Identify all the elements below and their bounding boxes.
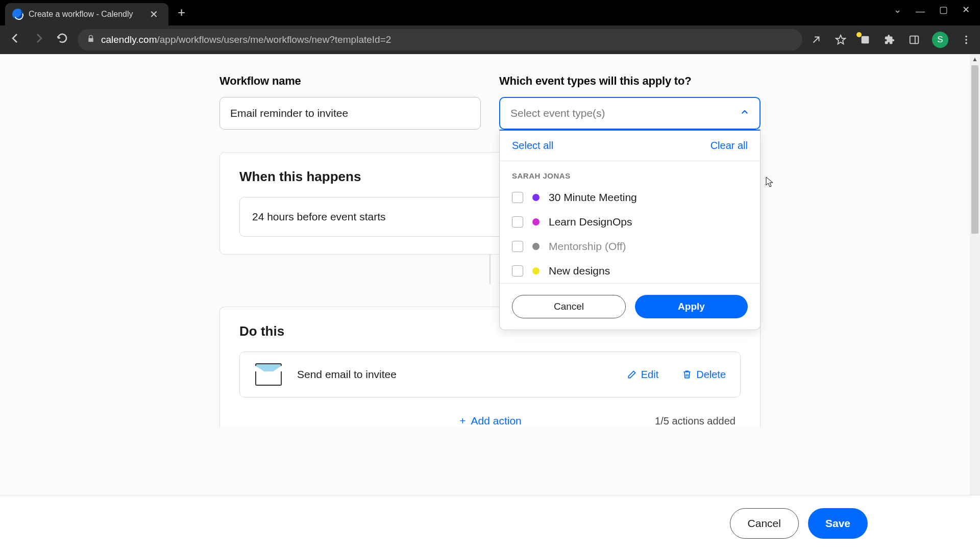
window-minimize-icon[interactable]: —: [916, 7, 925, 16]
delete-action-link[interactable]: Delete: [682, 369, 726, 381]
checkbox-icon[interactable]: [512, 192, 523, 203]
workflow-name-input[interactable]: [219, 97, 481, 130]
dropdown-owner-label: SARAH JONAS: [500, 161, 760, 185]
event-option-new-designs[interactable]: New designs: [500, 259, 760, 283]
profile-avatar[interactable]: S: [932, 32, 948, 48]
tab-title: Create a workflow - Calendly: [29, 10, 141, 19]
scrollbar-thumb[interactable]: [971, 65, 978, 234]
svg-point-5: [965, 42, 967, 44]
event-option-label: 30 Minute Meeting: [549, 191, 637, 204]
color-dot-icon: [532, 218, 540, 226]
edit-action-link[interactable]: Edit: [627, 369, 658, 381]
tab-search-icon[interactable]: ⌄: [894, 5, 901, 14]
event-types-label: Which event types will this apply to?: [499, 74, 761, 88]
extensions-icon[interactable]: [883, 33, 896, 46]
event-option-label: Learn DesignOps: [549, 216, 632, 228]
select-all-link[interactable]: Select all: [512, 140, 553, 152]
plus-icon: +: [459, 415, 465, 427]
page-save-button[interactable]: Save: [808, 508, 868, 539]
new-tab-button[interactable]: +: [175, 5, 188, 20]
svg-point-4: [965, 39, 967, 41]
scrollbar-up-icon[interactable]: ▲: [970, 54, 980, 64]
nav-back-icon[interactable]: [7, 32, 23, 47]
trigger-text: 24 hours before event starts: [252, 211, 386, 223]
nav-forward-icon[interactable]: [31, 32, 47, 47]
event-option-mentorship[interactable]: Mentorship(Off): [500, 234, 760, 259]
lock-icon: [87, 35, 95, 45]
share-icon[interactable]: [810, 33, 823, 46]
event-types-placeholder: Select event type(s): [510, 107, 605, 119]
event-types-select[interactable]: Select event type(s) Select all Clear al…: [499, 97, 761, 130]
checkbox-icon[interactable]: [512, 216, 523, 228]
event-option-label: New designs: [549, 265, 610, 277]
mouse-cursor-icon: [766, 177, 774, 190]
action-row[interactable]: Send email to invitee Edit Delete: [239, 352, 741, 397]
nav-reload-icon[interactable]: [54, 32, 70, 47]
footer-bar: Cancel Save: [0, 495, 980, 551]
page-cancel-button[interactable]: Cancel: [730, 508, 799, 539]
event-option-label: Mentorship(Off): [549, 240, 626, 253]
color-dot-icon: [532, 267, 540, 274]
connector-line: [489, 255, 491, 284]
browser-tab[interactable]: Create a workflow - Calendly ✕: [5, 3, 168, 26]
tab-close-icon[interactable]: ✕: [146, 8, 161, 20]
dropdown-apply-button[interactable]: Apply: [635, 295, 748, 318]
color-dot-icon: [532, 243, 540, 250]
window-close-icon[interactable]: ✕: [962, 5, 970, 14]
address-bar[interactable]: calendly.com/app/workflows/users/me/work…: [78, 29, 802, 51]
checkbox-icon[interactable]: [512, 265, 523, 277]
event-option-learn-designops[interactable]: Learn DesignOps: [500, 210, 760, 234]
svg-point-3: [965, 36, 967, 38]
workflow-name-label: Workflow name: [219, 74, 481, 88]
bookmark-star-icon[interactable]: [834, 33, 847, 46]
mail-icon: [254, 363, 283, 386]
action-label: Send email to invitee: [297, 368, 603, 381]
clear-all-link[interactable]: Clear all: [710, 140, 748, 152]
svg-rect-1: [910, 36, 919, 44]
extensions-badge-icon[interactable]: [859, 33, 872, 46]
checkbox-icon[interactable]: [512, 241, 523, 252]
add-action-link[interactable]: + Add action: [459, 415, 522, 427]
dropdown-cancel-button[interactable]: Cancel: [512, 295, 626, 318]
side-panel-icon[interactable]: [908, 33, 921, 46]
actions-count: 1/5 actions added: [655, 415, 736, 427]
url-text: calendly.com/app/workflows/users/me/work…: [101, 34, 391, 45]
scrollbar[interactable]: ▲: [970, 54, 980, 551]
event-option-30-minute-meeting[interactable]: 30 Minute Meeting: [500, 185, 760, 210]
event-types-dropdown: Select all Clear all SARAH JONAS 30 Minu…: [499, 130, 761, 330]
kebab-menu-icon[interactable]: [960, 33, 973, 46]
color-dot-icon: [532, 194, 540, 201]
chevron-up-icon: [740, 108, 749, 119]
calendly-favicon: [12, 9, 23, 20]
window-maximize-icon[interactable]: ▢: [939, 5, 948, 14]
svg-rect-0: [862, 36, 869, 44]
